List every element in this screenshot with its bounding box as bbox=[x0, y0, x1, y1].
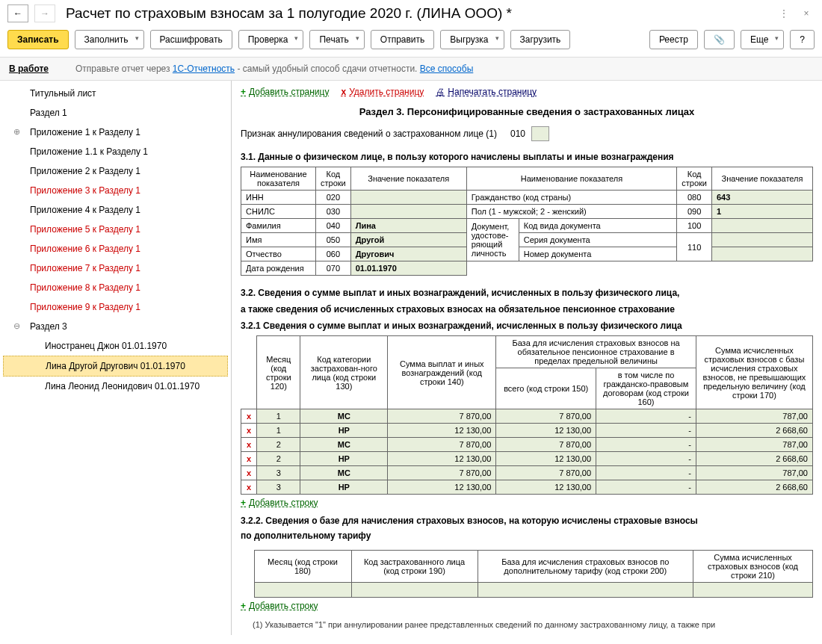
send-button[interactable]: Отправить bbox=[371, 30, 435, 49]
del-row[interactable]: x bbox=[241, 438, 257, 452]
tree-item[interactable]: Приложение 1.1 к Разделу 1 bbox=[0, 142, 231, 161]
tree-item[interactable]: Приложение 5 к Разделу 1 bbox=[0, 220, 231, 239]
s31-title: 3.1. Данные о физическом лице, в пользу … bbox=[241, 149, 813, 167]
help-button[interactable]: ? bbox=[790, 30, 815, 49]
forward-button[interactable]: → bbox=[34, 4, 55, 22]
section-title: Раздел 3. Персонифицированные сведения о… bbox=[241, 103, 813, 125]
tree-item[interactable]: Приложение 7 к Разделу 1 bbox=[0, 258, 231, 278]
import-button[interactable]: Загрузить bbox=[510, 30, 571, 49]
print-button[interactable]: Печать bbox=[309, 30, 364, 49]
annul-label: Признак аннулирования сведений о застрах… bbox=[241, 129, 497, 139]
page-title: Расчет по страховым взносам за 1 полугод… bbox=[61, 5, 770, 22]
tree-item[interactable]: Лина Другой Другович 01.01.1970 bbox=[3, 356, 228, 377]
tree-item[interactable]: Приложение 3 к Разделу 1 bbox=[0, 181, 231, 200]
s32-title2: а также сведения об исчисленных страховы… bbox=[241, 300, 813, 316]
s32-title1: 3.2. Сведения о сумме выплат и иных возн… bbox=[241, 283, 813, 300]
tree-item[interactable]: Приложение 2 к Разделу 1 bbox=[0, 161, 231, 181]
attach-button[interactable]: 📎 bbox=[704, 30, 735, 49]
write-button[interactable]: Записать bbox=[7, 30, 69, 49]
tree-sidebar: Титульный листРаздел 1Приложение 1 к Раз… bbox=[0, 81, 232, 635]
tree-item[interactable]: Приложение 9 к Разделу 1 bbox=[0, 297, 231, 317]
del-page[interactable]: x Удалить страницу bbox=[341, 87, 424, 97]
del-row[interactable]: x bbox=[241, 424, 257, 438]
tree-item[interactable]: Приложение 6 к Разделу 1 bbox=[0, 239, 231, 258]
del-row[interactable]: x bbox=[241, 452, 257, 466]
fill-button[interactable]: Заполнить bbox=[75, 30, 144, 49]
content-area: + Добавить страницу x Удалить страницу 🖨… bbox=[232, 81, 822, 635]
annul-code: 010 bbox=[510, 129, 525, 139]
menu-icon[interactable]: ⋮ bbox=[776, 5, 792, 22]
table-31: Наименование показателя Код строки Значе… bbox=[241, 167, 813, 276]
tree-item[interactable]: Иностранец Джон 01.01.1970 bbox=[0, 336, 231, 356]
tree-item[interactable]: Приложение 1 к Разделу 1 bbox=[0, 123, 231, 142]
tree-item[interactable]: Титульный лист bbox=[0, 84, 231, 103]
back-button[interactable]: ← bbox=[7, 4, 28, 22]
tree-item[interactable]: Раздел 3 bbox=[0, 317, 231, 336]
table-321: Месяц (код строки 120) Код категории зас… bbox=[241, 335, 813, 495]
export-button[interactable]: Выгрузка bbox=[440, 30, 504, 49]
tree-item[interactable]: Приложение 4 к Разделу 1 bbox=[0, 200, 231, 220]
close-icon[interactable]: × bbox=[798, 5, 815, 22]
add-page[interactable]: + Добавить страницу bbox=[241, 87, 329, 97]
add-row-322[interactable]: + Добавить строку bbox=[241, 601, 813, 611]
info-text: Отправьте отчет через 1С-Отчетность - са… bbox=[75, 64, 473, 74]
print-page[interactable]: 🖨 Напечатать страницу bbox=[436, 87, 537, 97]
table-322: Месяц (код строки 180) Код застрахованно… bbox=[241, 550, 813, 598]
tree-item[interactable]: Раздел 1 bbox=[0, 103, 231, 123]
registry-button[interactable]: Реестр bbox=[649, 30, 698, 49]
link-1c[interactable]: 1С-Отчетность bbox=[173, 64, 235, 74]
footnote: (1) Указывается "1" при аннулировании ра… bbox=[241, 614, 813, 629]
decode-button[interactable]: Расшифровать bbox=[150, 30, 232, 49]
more-button[interactable]: Еще bbox=[741, 30, 784, 49]
del-row[interactable]: x bbox=[241, 466, 257, 480]
link-all[interactable]: Все способы bbox=[420, 64, 474, 74]
del-row[interactable]: x bbox=[241, 480, 257, 495]
tree-item[interactable]: Лина Леонид Леонидович 01.01.1970 bbox=[0, 377, 231, 396]
tree-item[interactable]: Приложение 8 к Разделу 1 bbox=[0, 278, 231, 297]
s321-sub: 3.2.1 Сведения о сумме выплат и иных воз… bbox=[241, 316, 813, 335]
annul-input[interactable] bbox=[531, 126, 549, 141]
status-label: В работе bbox=[9, 64, 49, 74]
s322-title2: по дополнительному тарифу bbox=[241, 530, 813, 545]
check-button[interactable]: Проверка bbox=[238, 30, 304, 49]
del-row[interactable]: x bbox=[241, 409, 257, 424]
s322-title1: 3.2.2. Сведения о базе для начисления ст… bbox=[241, 511, 813, 530]
add-row-321[interactable]: + Добавить строку bbox=[241, 498, 813, 508]
